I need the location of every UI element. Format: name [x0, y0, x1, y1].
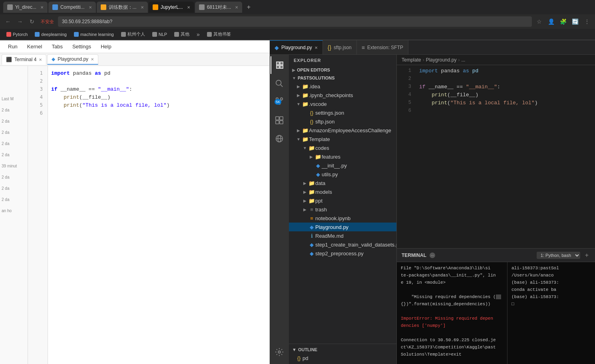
outline-header[interactable]: ▼ OUTLINE — [289, 346, 396, 354]
open-editors-section[interactable]: ▶ OPEN EDITORS — [289, 66, 396, 74]
address-input[interactable] — [58, 16, 532, 27]
activity-settings[interactable] — [271, 343, 288, 361]
vscode-tab-sftp[interactable]: {} sftp.json — [323, 40, 357, 55]
tree-item-models[interactable]: ▶ 📁 models — [289, 187, 396, 196]
left-sidebar-timestamps: Last M 2 da 2 da 2 da 2 da 2 da 39 minut… — [0, 66, 28, 364]
extension-button[interactable]: 🧩 — [558, 17, 568, 26]
browser-tab-jupyter[interactable]: JupyterL... ✕ — [149, 2, 194, 13]
svg-point-7 — [281, 97, 283, 100]
tab-close-comp[interactable]: ✕ — [89, 5, 92, 10]
terminal-shell-select[interactable]: 1: Python, bash — [537, 252, 580, 259]
menu-kernel[interactable]: Kernel — [23, 42, 46, 51]
tab-label-jupyter: JupyterL... — [161, 4, 183, 10]
tree-item-data[interactable]: ▶ 📁 data — [289, 179, 396, 187]
profile-button[interactable]: 👤 — [546, 17, 556, 26]
code-text-paren-open: ( — [79, 102, 82, 108]
bookmark-others[interactable]: 其他书签 — [204, 30, 234, 38]
browser-tab-train[interactable]: 训练数据：... ✕ — [97, 2, 148, 13]
tree-item-ppt[interactable]: ▶ 📁 ppt — [289, 196, 396, 205]
tree-item-utils-py[interactable]: ◆ utils.py — [289, 170, 396, 179]
bookmark-hangzhou[interactable]: 杭州个人 — [118, 30, 148, 38]
tree-item-vscode[interactable]: ▼ 📁 .vscode — [289, 99, 396, 108]
editor-line-6 — [419, 107, 592, 115]
bookmark-more-btn[interactable]: » — [193, 30, 203, 38]
tree-item-amazon[interactable]: ▶ 📁 AmazonEmployeeAccessChallenge — [289, 126, 396, 135]
activity-source-control[interactable]: 5K — [271, 93, 288, 111]
editor-area: Template › Playground.py › ... 1 2 3 4 5… — [397, 55, 595, 364]
tab-close-jupyter[interactable]: ✕ — [187, 5, 190, 10]
menu-settings[interactable]: Settings — [68, 42, 95, 51]
sync-button[interactable]: 🔄 — [570, 17, 580, 26]
outline-chevron: ▼ — [292, 347, 297, 352]
tree-item-template[interactable]: ▼ 📁 Template — [289, 135, 396, 143]
bookmark-nlp[interactable]: NLP — [149, 31, 170, 38]
tab-close-yi[interactable]: ✕ — [40, 5, 44, 10]
tree-item-step2[interactable]: ◆ step2_preprocess.py — [289, 249, 396, 258]
activity-remote[interactable] — [271, 130, 288, 147]
activity-search[interactable] — [271, 75, 288, 92]
svg-rect-14 — [280, 121, 283, 124]
vscode-tab-extension[interactable]: ≡ Extension: SFTP — [357, 40, 408, 55]
jupyter-tab-terminal[interactable]: ⬛ Terminal 4 ✕ — [2, 54, 46, 65]
tree-item-codes[interactable]: ▼ 📁 codes — [289, 143, 396, 152]
tree-item-settings-json[interactable]: {} settings.json — [289, 108, 396, 117]
bookmark-icon-others — [207, 32, 212, 37]
browser-tab-yi[interactable]: Yi_direc... ✕ — [3, 2, 48, 13]
new-tab-button[interactable]: + — [243, 2, 254, 13]
code-line-2 — [51, 77, 266, 85]
t-line-6: {})".format(missing_dependencies)) — [401, 300, 503, 308]
menu-run[interactable]: Run — [4, 42, 22, 51]
outline-item-pd[interactable]: {} pd — [289, 354, 396, 362]
explorer-header: EXPLORER — [289, 55, 396, 66]
bookmark-other[interactable]: 其他 — [171, 30, 193, 38]
vscode-tab-bar: ◆ Playground.py ✕ {} sftp.json ≡ Extensi… — [270, 40, 595, 55]
time-1: 2 da — [2, 104, 26, 115]
tab-close-6811[interactable]: ✕ — [235, 5, 238, 10]
bookmark-label-other: 其他 — [181, 31, 189, 37]
vscode-tab-close-playground[interactable]: ✕ — [314, 46, 318, 50]
bookmark-deeplearning[interactable]: deeplearning — [32, 31, 70, 38]
tree-item-notebook[interactable]: ≡ notebook.ipynb — [289, 214, 396, 223]
tree-item-sftp-json[interactable]: {} sftp.json — [289, 117, 396, 126]
bookmark-button[interactable]: ☆ — [534, 17, 544, 26]
tree-item-ipynb-checkpoints[interactable]: ▶ 📁 .ipynb_checkpoints — [289, 91, 396, 99]
back-button[interactable]: ← — [3, 17, 13, 26]
tree-item-trash[interactable]: ▶ ≡ trash — [289, 205, 396, 214]
menu-button[interactable]: ⋮ — [582, 17, 592, 26]
terminal-dot-1[interactable]: ··· — [430, 253, 435, 258]
activity-bar: 5K — [270, 55, 289, 364]
tree-item-playground[interactable]: ◆ Playground.py — [289, 223, 396, 231]
jupyter-tab-playground[interactable]: ◆ Playground.py ✕ — [47, 54, 98, 65]
codes-chevron: ▼ — [302, 146, 308, 150]
menu-help[interactable]: Help — [97, 42, 115, 51]
menu-tabs[interactable]: Tabs — [48, 42, 66, 51]
tree-item-idea[interactable]: ▶ 📁 .idea — [289, 82, 396, 91]
tab-close-train[interactable]: ✕ — [141, 5, 144, 10]
py-tab-close[interactable]: ✕ — [91, 57, 94, 62]
terminal-add-button[interactable]: + — [583, 252, 590, 259]
utils-py-label: utils.py — [322, 171, 338, 177]
line-num-1: 1 — [40, 69, 46, 77]
browser-tab-6811[interactable]: 6811对未... ✕ — [195, 2, 243, 13]
jupyter-code-area[interactable]: import pandas as pd if __name__ == "__ma… — [48, 66, 269, 364]
activity-explorer[interactable] — [271, 56, 288, 74]
e-kw-if: if — [419, 84, 426, 90]
bookmark-ml[interactable]: machine learning — [71, 31, 117, 38]
past-solutions-section[interactable]: ▼ PASTSOLUTIONS — [289, 74, 396, 82]
vscode-tab-playground[interactable]: ◆ Playground.py ✕ — [270, 40, 323, 55]
terminal-tab-close[interactable]: ✕ — [39, 58, 42, 62]
tree-item-features[interactable]: ▶ 📁 features — [289, 152, 396, 161]
tree-item-readme[interactable]: ℹ ReadMe.md — [289, 231, 396, 240]
reload-button[interactable]: ↻ — [27, 17, 37, 26]
tree-item-init-py[interactable]: ◆ __init__.py — [289, 161, 396, 170]
activity-extensions[interactable] — [271, 111, 288, 129]
t-right-2: /Users/kun/anaco — [511, 272, 591, 279]
browser-tab-comp[interactable]: Competiti... ✕ — [48, 2, 96, 13]
t-line-8: ImportError: Missing required depen — [401, 315, 503, 322]
tree-item-step1[interactable]: ◆ step1_create_train_valid_datasets.py — [289, 240, 396, 249]
bookmark-pytorch[interactable]: Pytorch — [3, 31, 31, 38]
editor-code-area[interactable]: import pandas as pd if __name__ == "__ma… — [416, 65, 595, 248]
py-file-icon-tab: ◆ — [275, 44, 279, 51]
time-4: 2 da — [2, 138, 26, 149]
forward-button[interactable]: → — [15, 17, 25, 26]
